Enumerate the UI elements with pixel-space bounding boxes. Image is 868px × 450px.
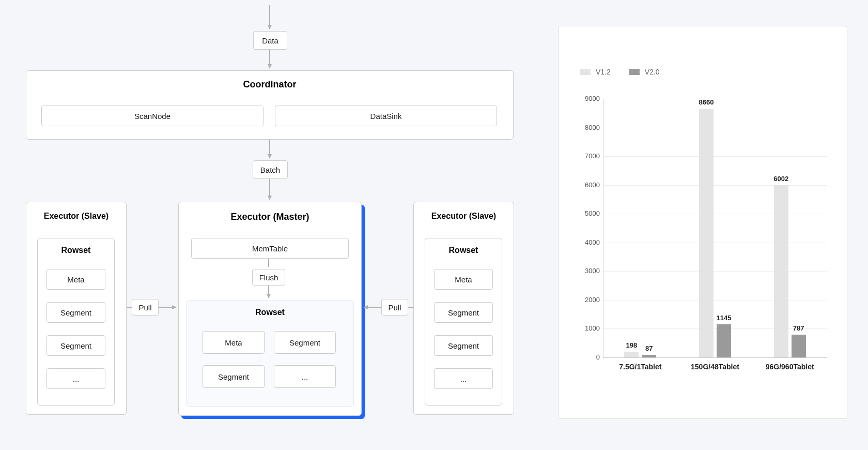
master-title: Executor (Master) — [179, 202, 361, 232]
scannode-label: ScanNode — [134, 112, 171, 121]
chart-ytick: 9000 — [574, 95, 600, 102]
chart-ytick: 7000 — [574, 152, 600, 160]
slave-left-rowset-title: Rowset — [38, 238, 114, 262]
slave-left-more: ... — [47, 368, 105, 389]
node-memtable: MemTable — [191, 238, 349, 259]
node-flush: Flush — [252, 269, 285, 286]
chart-gridline — [603, 300, 827, 301]
coordinator-title: Coordinator — [26, 71, 513, 90]
chart-bar — [642, 355, 656, 357]
pull-right: Pull — [381, 299, 408, 316]
slave-right-rowset-title: Rowset — [425, 238, 502, 262]
slave-left-seg2: Segment — [47, 335, 105, 356]
chart-gridline — [603, 214, 827, 214]
slave-right-more: ... — [434, 368, 493, 389]
slave-right-title: Executor (Slave) — [414, 202, 514, 230]
chart-yaxis — [603, 99, 603, 357]
chart-bar-label: 1145 — [711, 314, 736, 322]
node-data: Data — [253, 31, 287, 50]
chart-xlabel: 96G/960Tablet — [754, 363, 826, 371]
chart-ytick: 6000 — [574, 181, 600, 189]
node-batch: Batch — [253, 160, 288, 179]
chart-bar — [717, 324, 731, 357]
chart-ytick: 4000 — [574, 238, 600, 246]
legend-swatch-1 — [629, 69, 640, 75]
chart-gridline — [603, 185, 827, 186]
chart-panel: V1.2 V2.0 010002000300040005000600070008… — [558, 26, 847, 419]
chart-xlabel: 150G/48Tablet — [679, 363, 751, 371]
legend-swatch-0 — [580, 69, 591, 75]
coordinator-box: Coordinator — [26, 70, 514, 140]
master-rowset-title: Rowset — [187, 301, 353, 324]
slave-left-meta: Meta — [47, 269, 105, 290]
chart-bar — [792, 335, 806, 357]
chart-ytick: 3000 — [574, 267, 600, 275]
batch-label: Batch — [260, 166, 280, 174]
slave-right-meta: Meta — [434, 269, 493, 290]
legend-label-0: V1.2 — [596, 68, 611, 76]
chart-ytick: 0 — [574, 353, 600, 361]
chart-gridline — [603, 156, 827, 157]
chart-ytick: 2000 — [574, 296, 600, 304]
chart-bar-label: 6002 — [769, 175, 794, 183]
node-data-label: Data — [262, 36, 278, 45]
flush-label: Flush — [259, 273, 278, 282]
slave-right-seg2: Segment — [434, 335, 493, 356]
master-seg-tr: Segment — [274, 331, 336, 354]
master-meta: Meta — [203, 331, 265, 354]
chart-gridline — [603, 128, 827, 128]
chart-xlabel: 7.5G/1Tablet — [604, 363, 676, 371]
master-seg-bl: Segment — [203, 365, 265, 388]
slave-right-seg1: Segment — [434, 302, 493, 323]
chart-legend: V1.2 V2.0 — [580, 68, 660, 76]
chart-bar — [624, 352, 639, 357]
node-datasink: DataSink — [275, 106, 497, 126]
node-scannode: ScanNode — [41, 106, 264, 126]
datasink-label: DataSink — [370, 112, 402, 121]
chart-bar-label: 787 — [786, 324, 811, 332]
master-more: ... — [274, 365, 336, 388]
chart-plot-area: 0100020003000400050006000700080009000198… — [579, 99, 827, 373]
chart-xaxis — [603, 357, 827, 358]
chart-bar-label: 87 — [637, 344, 661, 352]
memtable-label: MemTable — [252, 244, 288, 253]
chart-gridline — [603, 271, 827, 272]
chart-ytick: 8000 — [574, 124, 600, 131]
legend-label-1: V2.0 — [645, 68, 660, 76]
chart-bar-label: 8660 — [694, 98, 719, 106]
chart-ytick: 5000 — [574, 209, 600, 217]
pull-left: Pull — [132, 299, 159, 316]
chart-gridline — [603, 243, 827, 243]
slave-left-title: Executor (Slave) — [26, 202, 126, 230]
slave-left-seg1: Segment — [47, 302, 105, 323]
chart-ytick: 1000 — [574, 324, 600, 332]
